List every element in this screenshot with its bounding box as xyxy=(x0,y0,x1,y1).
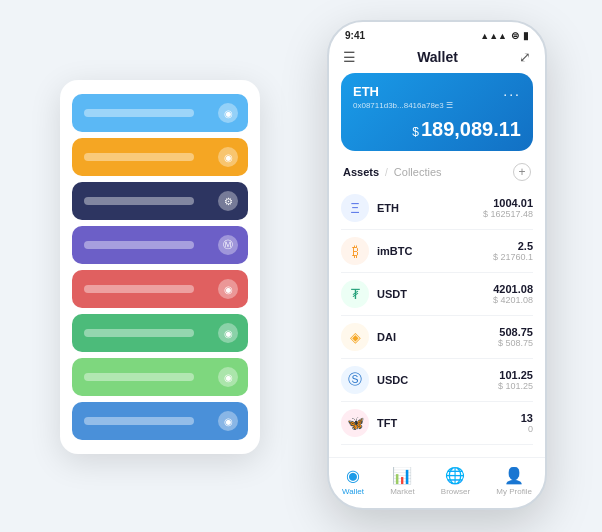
eth-balance-symbol: $ xyxy=(412,125,419,139)
stack-card-5[interactable]: ◉ xyxy=(72,270,248,308)
usdt-amount-main: 4201.08 xyxy=(493,283,533,295)
asset-list: Ξ ETH 1004.01 $ 162517.48 ₿ imBTC 2.5 $ … xyxy=(329,187,545,457)
usdc-icon: Ⓢ xyxy=(341,366,369,394)
usdc-amount-usd: $ 101.25 xyxy=(498,381,533,391)
market-nav-label: Market xyxy=(390,487,414,496)
stack-card-6[interactable]: ◉ xyxy=(72,314,248,352)
profile-nav-icon: 👤 xyxy=(504,466,524,485)
market-nav-icon: 📊 xyxy=(392,466,412,485)
stack-card-2-icon: ◉ xyxy=(218,147,238,167)
assets-tabs: Assets / Collecties xyxy=(343,166,442,178)
nav-wallet[interactable]: ◉ Wallet xyxy=(342,466,364,496)
usdt-name: USDT xyxy=(377,288,493,300)
stack-card-1-icon: ◉ xyxy=(218,103,238,123)
browser-nav-icon: 🌐 xyxy=(445,466,465,485)
tft-amount-usd: 0 xyxy=(521,424,533,434)
stack-card-4-icon: Ⓜ xyxy=(218,235,238,255)
usdt-amount-usd: $ 4201.08 xyxy=(493,295,533,305)
tab-collecties[interactable]: Collecties xyxy=(394,166,442,178)
eth-amounts: 1004.01 $ 162517.48 xyxy=(483,197,533,219)
usdt-amounts: 4201.08 $ 4201.08 xyxy=(493,283,533,305)
tft-amount-main: 13 xyxy=(521,412,533,424)
dai-amounts: 508.75 $ 508.75 xyxy=(498,326,533,348)
tab-assets[interactable]: Assets xyxy=(343,166,379,178)
eth-name: ETH xyxy=(377,202,483,214)
eth-address: 0x08711d3b...8416a78e3 ☰ xyxy=(353,101,521,110)
expand-icon[interactable]: ⤢ xyxy=(519,49,531,65)
tft-amounts: 13 0 xyxy=(521,412,533,434)
eth-amount-main: 1004.01 xyxy=(483,197,533,209)
nav-market[interactable]: 📊 Market xyxy=(390,466,414,496)
phone-header: ☰ Wallet ⤢ xyxy=(329,45,545,73)
stack-card-3[interactable]: ⚙ xyxy=(72,182,248,220)
add-asset-button[interactable]: + xyxy=(513,163,531,181)
asset-item-tft[interactable]: 🦋 TFT 13 0 xyxy=(341,402,533,445)
stack-card-8[interactable]: ◉ xyxy=(72,402,248,440)
status-bar: 9:41 ▲▲▲ ⊜ ▮ xyxy=(329,22,545,45)
asset-item-imbtc[interactable]: ₿ imBTC 2.5 $ 21760.1 xyxy=(341,230,533,273)
usdc-name: USDC xyxy=(377,374,498,386)
phone-mockup: 9:41 ▲▲▲ ⊜ ▮ ☰ Wallet ⤢ ETH ... 0x08711d… xyxy=(327,20,547,510)
stack-card-6-icon: ◉ xyxy=(218,323,238,343)
eth-card-top: ETH ... xyxy=(353,83,521,99)
imbtc-amount-usd: $ 21760.1 xyxy=(493,252,533,262)
signal-icon: ▲▲▲ xyxy=(480,31,507,41)
asset-item-usdt[interactable]: ₮ USDT 4201.08 $ 4201.08 xyxy=(341,273,533,316)
stack-card-7[interactable]: ◉ xyxy=(72,358,248,396)
asset-item-eth[interactable]: Ξ ETH 1004.01 $ 162517.48 xyxy=(341,187,533,230)
dai-name: DAI xyxy=(377,331,498,343)
imbtc-name: imBTC xyxy=(377,245,493,257)
eth-balance: $189,089.11 xyxy=(353,118,521,141)
page-title: Wallet xyxy=(417,49,458,65)
wifi-icon: ⊜ xyxy=(511,30,519,41)
assets-header: Assets / Collecties + xyxy=(329,161,545,187)
status-icons: ▲▲▲ ⊜ ▮ xyxy=(480,30,529,41)
nav-browser[interactable]: 🌐 Browser xyxy=(441,466,470,496)
dai-icon: ◈ xyxy=(341,323,369,351)
dai-amount-usd: $ 508.75 xyxy=(498,338,533,348)
asset-item-dai[interactable]: ◈ DAI 508.75 $ 508.75 xyxy=(341,316,533,359)
usdt-icon: ₮ xyxy=(341,280,369,308)
status-time: 9:41 xyxy=(345,30,365,41)
stack-card-8-icon: ◉ xyxy=(218,411,238,431)
bottom-nav: ◉ Wallet 📊 Market 🌐 Browser 👤 My Profile xyxy=(329,457,545,508)
imbtc-icon: ₿ xyxy=(341,237,369,265)
stack-card-3-icon: ⚙ xyxy=(218,191,238,211)
eth-balance-amount: 189,089.11 xyxy=(421,118,521,140)
eth-icon: Ξ xyxy=(341,194,369,222)
stack-card-2[interactable]: ◉ xyxy=(72,138,248,176)
tab-divider: / xyxy=(385,167,388,178)
menu-icon[interactable]: ☰ xyxy=(343,49,356,65)
asset-item-usdc[interactable]: Ⓢ USDC 101.25 $ 101.25 xyxy=(341,359,533,402)
stack-card-1[interactable]: ◉ xyxy=(72,94,248,132)
stack-card-5-icon: ◉ xyxy=(218,279,238,299)
wallet-nav-icon: ◉ xyxy=(346,466,360,485)
wallet-nav-label: Wallet xyxy=(342,487,364,496)
stack-card-7-icon: ◉ xyxy=(218,367,238,387)
dai-amount-main: 508.75 xyxy=(498,326,533,338)
eth-amount-usd: $ 162517.48 xyxy=(483,209,533,219)
profile-nav-label: My Profile xyxy=(496,487,532,496)
stack-card-4[interactable]: Ⓜ xyxy=(72,226,248,264)
browser-nav-label: Browser xyxy=(441,487,470,496)
tft-icon: 🦋 xyxy=(341,409,369,437)
eth-card[interactable]: ETH ... 0x08711d3b...8416a78e3 ☰ $189,08… xyxy=(341,73,533,151)
imbtc-amounts: 2.5 $ 21760.1 xyxy=(493,240,533,262)
card-stack: ◉ ◉ ⚙ Ⓜ ◉ ◉ ◉ ◉ xyxy=(60,80,260,454)
tft-name: TFT xyxy=(377,417,521,429)
eth-card-label: ETH xyxy=(353,84,379,99)
nav-profile[interactable]: 👤 My Profile xyxy=(496,466,532,496)
eth-card-menu[interactable]: ... xyxy=(503,83,521,99)
battery-icon: ▮ xyxy=(523,30,529,41)
usdc-amounts: 101.25 $ 101.25 xyxy=(498,369,533,391)
usdc-amount-main: 101.25 xyxy=(498,369,533,381)
imbtc-amount-main: 2.5 xyxy=(493,240,533,252)
